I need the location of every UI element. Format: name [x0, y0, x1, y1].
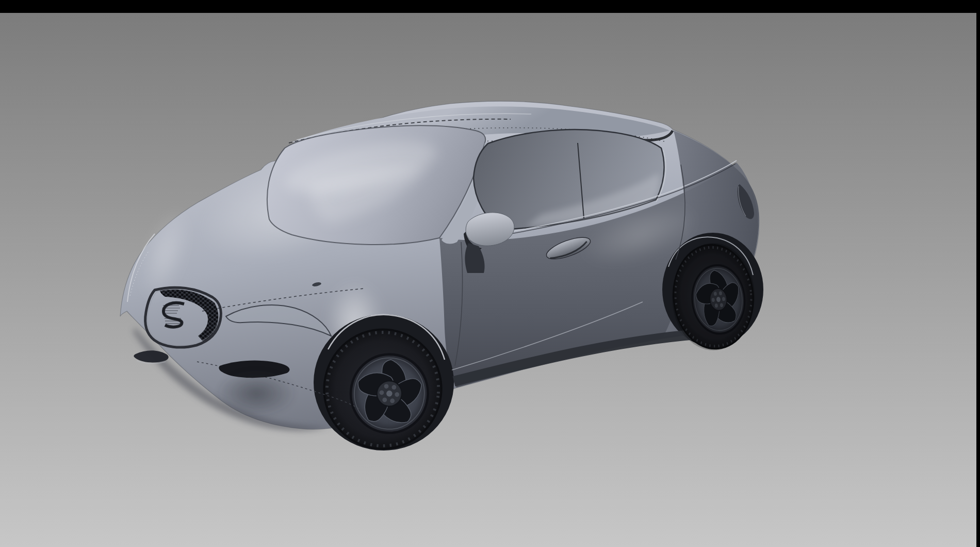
render-viewport[interactable]	[0, 13, 976, 547]
car-render-canvas	[0, 13, 980, 547]
bumper-air-intake[interactable]	[216, 361, 297, 417]
car-model[interactable]	[120, 101, 763, 456]
app-screen	[0, 0, 980, 547]
right-letterbox-bar	[976, 0, 980, 547]
intake-recess-shadow	[216, 369, 297, 417]
top-letterbox-bar	[0, 0, 980, 13]
